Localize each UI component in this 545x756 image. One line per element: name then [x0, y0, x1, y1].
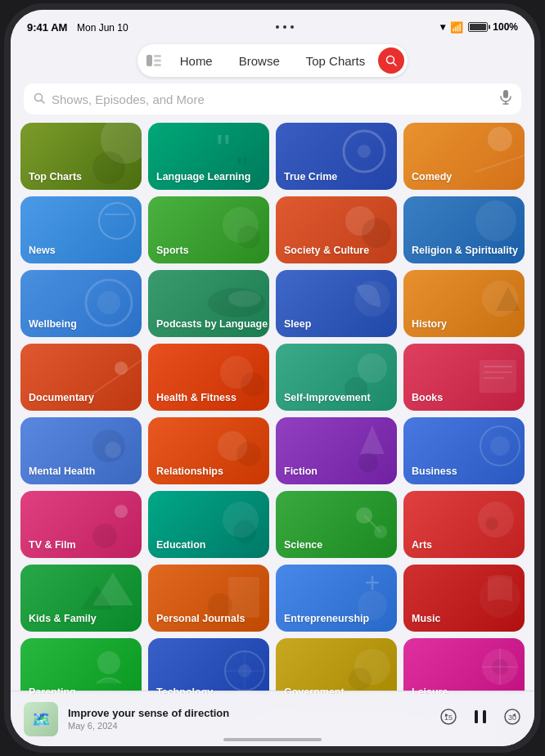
svg-point-44: [105, 442, 121, 458]
category-label-documentary: Documentary: [29, 392, 94, 404]
category-tile-arts[interactable]: Arts: [403, 491, 525, 558]
category-label-business: Business: [412, 466, 457, 478]
svg-point-27: [97, 291, 120, 314]
category-tile-health-fitness[interactable]: Health & Fitness: [148, 344, 269, 411]
category-tile-tv-film[interactable]: TV & Film: [20, 491, 142, 558]
category-label-true-crime: True Crime: [284, 171, 337, 183]
svg-line-7: [42, 100, 45, 103]
category-tile-personal-journals[interactable]: Personal Journals: [148, 565, 269, 632]
nav-search-button[interactable]: [378, 47, 404, 74]
category-tile-self-improvement[interactable]: Self-Improvement: [276, 344, 397, 411]
wifi-signal: 📶: [450, 21, 463, 34]
svg-rect-8: [503, 90, 508, 98]
category-tile-wellbeing[interactable]: Wellbeing: [20, 270, 142, 337]
category-tile-fiction[interactable]: Fiction: [276, 417, 397, 484]
category-tile-kids-family[interactable]: Kids & Family: [20, 565, 142, 632]
category-label-science: Science: [284, 539, 322, 551]
category-label-technology: Technology: [156, 686, 213, 694]
category-tile-parenting[interactable]: Parenting: [20, 638, 142, 694]
category-tile-relationships[interactable]: Relationships: [148, 417, 269, 484]
category-tile-mental-health[interactable]: Mental Health: [20, 417, 142, 484]
category-label-wellbeing: Wellbeing: [29, 318, 77, 331]
category-label-education: Education: [156, 539, 205, 551]
category-tile-government[interactable]: Government: [276, 638, 397, 694]
category-label-government: Government: [284, 686, 345, 694]
category-tile-comedy[interactable]: Comedy: [403, 123, 525, 190]
category-tile-business[interactable]: Business: [403, 417, 525, 484]
category-tile-society-culture[interactable]: Society & Culture: [276, 196, 397, 263]
category-label-language-learning: Language Learning: [156, 171, 250, 183]
category-label-top-charts: Top Charts: [29, 171, 82, 183]
category-tile-science[interactable]: Science: [276, 491, 397, 558]
nav-pill: Home Browse Top Charts: [137, 44, 408, 77]
category-label-kids-family: Kids & Family: [29, 613, 97, 625]
svg-point-65: [97, 651, 120, 674]
microphone-icon[interactable]: [500, 90, 511, 108]
category-tile-music[interactable]: Music: [403, 565, 525, 632]
nav-browse[interactable]: Browse: [226, 49, 293, 73]
svg-point-37: [358, 353, 387, 383]
svg-rect-39: [480, 360, 516, 393]
status-time: 9:41 AM Mon Jun 10: [27, 21, 128, 34]
status-bar: 9:41 AM Mon Jun 10 ▾ 📶 100%: [11, 10, 534, 39]
player-date: May 6, 2024: [68, 721, 430, 731]
category-tile-entrepreneurship[interactable]: Entrepreneurship: [276, 565, 397, 632]
player-pause-button[interactable]: [471, 707, 490, 731]
category-tile-language-learning[interactable]: ""Language Learning: [148, 123, 269, 190]
nav-home[interactable]: Home: [167, 49, 226, 73]
svg-point-22: [237, 226, 260, 249]
category-tile-sleep[interactable]: Sleep: [276, 270, 397, 337]
category-label-religion-spirituality: Religion & Spirituality: [412, 245, 518, 257]
category-tile-religion-spirituality[interactable]: Religion & Spirituality: [403, 196, 525, 263]
category-label-society-culture: Society & Culture: [284, 245, 369, 257]
device-frame: 9:41 AM Mon Jun 10 ▾ 📶 100%: [11, 10, 534, 746]
category-label-arts: Arts: [412, 539, 432, 551]
category-label-books: Books: [412, 392, 443, 404]
svg-point-29: [228, 290, 261, 307]
status-center-dots: [276, 25, 294, 29]
player-title[interactable]: Improve your sense of direction: [68, 707, 430, 719]
home-indicator: [223, 738, 322, 741]
category-grid: Top Charts""Language LearningTrue CrimeC…: [20, 123, 525, 694]
category-tile-top-charts[interactable]: Top Charts: [20, 123, 142, 190]
battery-icon: [468, 22, 488, 32]
category-tile-leisure[interactable]: Leisure: [403, 638, 525, 694]
search-input[interactable]: Shows, Episodes, and More: [52, 92, 493, 106]
player-controls: 15 30: [439, 707, 521, 731]
svg-point-50: [115, 505, 128, 518]
category-tile-history[interactable]: History: [403, 270, 525, 337]
svg-rect-61: [228, 577, 259, 618]
svg-line-5: [394, 63, 397, 66]
svg-point-24: [362, 218, 391, 248]
search-bar-icon: [34, 92, 45, 106]
player-rewind-button[interactable]: 15: [439, 708, 457, 730]
category-label-sleep: Sleep: [284, 318, 311, 331]
svg-rect-79: [483, 710, 486, 723]
svg-rect-2: [154, 60, 161, 62]
svg-point-12: [92, 151, 125, 184]
category-tile-education[interactable]: Education: [148, 491, 269, 558]
category-label-podcasts-by-language: Podcasts by Language: [156, 318, 268, 331]
svg-point-49: [490, 436, 510, 456]
battery-label: 100%: [493, 21, 518, 33]
svg-rect-3: [154, 64, 161, 66]
category-tile-news[interactable]: News: [20, 196, 142, 263]
category-tile-technology[interactable]: Technology: [148, 638, 269, 694]
svg-point-19: [99, 203, 135, 239]
category-label-music: Music: [412, 613, 440, 625]
category-tile-true-crime[interactable]: True Crime: [276, 123, 397, 190]
category-tile-podcasts-by-language[interactable]: Podcasts by Language: [148, 270, 269, 337]
search-bar[interactable]: Shows, Episodes, and More: [24, 83, 521, 115]
player-forward-button[interactable]: 30: [503, 708, 521, 730]
svg-point-51: [92, 524, 117, 548]
nav-top-charts[interactable]: Top Charts: [293, 49, 379, 73]
category-tile-documentary[interactable]: Documentary: [20, 344, 142, 411]
category-grid-container: Top Charts""Language LearningTrue CrimeC…: [11, 123, 534, 694]
category-tile-books[interactable]: Books: [403, 344, 525, 411]
category-label-tv-film: TV & Film: [29, 539, 76, 551]
category-tile-sports[interactable]: Sports: [148, 196, 269, 263]
svg-point-47: [358, 452, 378, 472]
svg-point-46: [236, 442, 261, 466]
sidebar-toggle-button[interactable]: [141, 47, 167, 74]
category-label-fiction: Fiction: [284, 466, 318, 478]
